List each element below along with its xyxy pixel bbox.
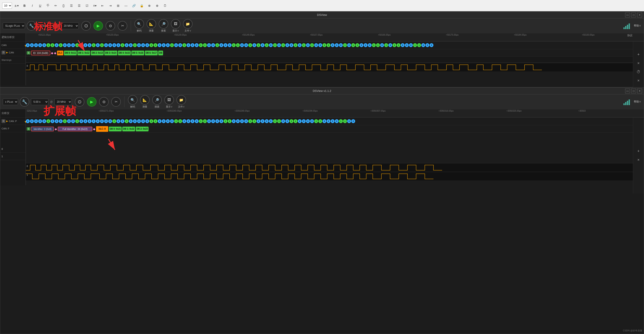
- pencil-btn[interactable]: ✏: [53, 3, 59, 9]
- bit-1: 1: [326, 43, 330, 47]
- ruler-label5: +50157.00μs: [310, 34, 322, 36]
- panel2-display-btn[interactable]: 🖼 显示∨: [164, 95, 174, 108]
- p2-bit-0: 0: [351, 119, 355, 123]
- bit-0: 0: [318, 43, 322, 47]
- bit-0: 0: [269, 43, 273, 47]
- underline-btn[interactable]: U: [37, 3, 43, 9]
- panel2-close-btn[interactable]: ×: [637, 89, 642, 93]
- panel1-file-btn[interactable]: 📁 文件∨: [183, 19, 192, 32]
- panel2-search-btn[interactable]: 🔎 搜索: [152, 95, 162, 108]
- ruler-label3: +50139.00μs: [174, 34, 186, 36]
- list1-btn[interactable]: ☰: [68, 3, 74, 9]
- link-btn[interactable]: 🔗: [131, 3, 137, 9]
- panel2-file-btn[interactable]: 📁 文件∨: [176, 95, 186, 108]
- p2-bit-0: 0: [331, 119, 334, 123]
- panel2-file-label: 文件∨: [178, 105, 185, 108]
- lock-btn[interactable]: 🔒: [138, 3, 145, 9]
- panel1-start-btn[interactable]: ▶: [94, 21, 103, 31]
- p2-bit-1: 1: [174, 119, 178, 123]
- display-icon: 🖼: [171, 19, 180, 29]
- panel2-start-btn[interactable]: ▶: [87, 97, 96, 107]
- panel2-stop-btn[interactable]: ⊖: [99, 97, 109, 107]
- p2-bit-1: 1: [248, 119, 252, 123]
- panel2-measure-btn[interactable]: 📐 测量: [140, 95, 150, 108]
- panel1-help-btn[interactable]: 帮助∨: [634, 24, 641, 28]
- panel2-clock-row2: 1: [0, 153, 26, 160]
- panel1-display-btn[interactable]: 🖼 显示∨: [171, 19, 180, 32]
- diamond-marker1: ◆: [51, 51, 53, 55]
- panel1-search-btn[interactable]: 🔎 搜索: [159, 19, 168, 32]
- bit-0: 0: [401, 43, 404, 47]
- bit-0: 0: [71, 43, 75, 47]
- toolbar-sep1: [131, 21, 131, 31]
- panel2-db2-chip: DB 2: 0x23: [136, 127, 148, 131]
- indent-out-btn[interactable]: ⇤: [100, 3, 106, 9]
- bit-1: 1: [133, 43, 137, 47]
- panel2-help-btn[interactable]: 帮助∨: [634, 100, 641, 104]
- panel2-minimize-btn[interactable]: —: [625, 89, 630, 93]
- search-icon: 🔎: [159, 19, 168, 29]
- code-btn[interactable]: {}: [60, 3, 66, 9]
- panel1-maximize-btn[interactable]: □: [631, 13, 636, 17]
- indent-in-btn[interactable]: ⇥: [107, 3, 114, 9]
- bit-0: 0: [166, 43, 170, 47]
- bit-0: 0: [141, 43, 145, 47]
- bit-0: 0: [162, 43, 166, 47]
- bit-1: 1: [256, 43, 260, 47]
- bit-0: 0: [331, 43, 334, 47]
- panel2-decode-btn[interactable]: 🔍 解码: [128, 95, 138, 108]
- bit-1: 1: [392, 43, 396, 47]
- p2-bit-0: 0: [215, 119, 219, 123]
- text-style-btn[interactable]: a ▾: [14, 3, 20, 9]
- panel1-trigger-icon-btn[interactable]: ✂: [118, 21, 127, 31]
- bit-0: 0: [195, 43, 198, 47]
- panel1-clock-btn[interactable]: ⏱: [635, 68, 642, 75]
- panel2-trigger-icon-btn[interactable]: ✂: [111, 97, 121, 107]
- bit-0: 0: [42, 43, 46, 47]
- signal-bar4: [628, 24, 630, 29]
- analyzer-text2: 分析仪: [2, 111, 9, 115]
- panel1-download-btn[interactable]: ⊙: [81, 21, 91, 31]
- panel1-decode-row: S ID: 104 (0x68) ◆ ◆ DLC DB 0: 0x11 DB 1…: [26, 49, 644, 57]
- hr-btn[interactable]: —: [123, 3, 129, 9]
- table-btn[interactable]: ⊞: [115, 3, 121, 9]
- list2-btn[interactable]: ☰: [76, 3, 82, 9]
- panel1-device-select[interactable]: SLogic PLus: [3, 23, 25, 29]
- panel2-x-btn[interactable]: ×: [635, 156, 642, 163]
- panel2: DSView v1.1.2 — □ × 扩展帧 c PLus 🔧 5.00 s …: [0, 87, 644, 334]
- panel2-wrench-btn[interactable]: 🔧: [20, 97, 29, 107]
- panel2-display-icon: 🖼: [164, 95, 174, 105]
- panel2-download-btn[interactable]: ⊙: [75, 97, 84, 107]
- panel1-freq-select[interactable]: 20 MHz: [61, 23, 79, 29]
- panel1-x-btn[interactable]: ×: [635, 60, 642, 67]
- panel1-decode-btn[interactable]: 🔍 解码: [134, 19, 144, 32]
- panel2-left-sidebar: 分析仪 ▼ D ▶ CAN: P CAN: F 0 1: [0, 109, 26, 185]
- panel1-close-btn[interactable]: ×: [637, 13, 642, 17]
- symbol-btn[interactable]: ⊕: [154, 3, 160, 9]
- panel2-d-badge: D: [2, 119, 6, 123]
- p2-bit-0: 0: [326, 119, 330, 123]
- checkbox-btn[interactable]: ☑: [84, 3, 90, 9]
- panel2-plus-btn[interactable]: +: [635, 148, 642, 155]
- template-btn[interactable]: 🗒: [162, 3, 168, 9]
- panel2-maximize-btn[interactable]: □: [631, 89, 636, 93]
- panel1-minimize-btn[interactable]: —: [625, 13, 630, 17]
- bit-0: 0: [112, 43, 116, 47]
- align-btn[interactable]: ≡▾: [92, 3, 98, 9]
- panel1-stop-btn[interactable]: ⊖: [106, 21, 115, 31]
- font-size-select[interactable]: 10: [2, 3, 12, 9]
- panel1-plus-btn[interactable]: +: [635, 51, 642, 58]
- italic-btn[interactable]: I: [29, 3, 35, 9]
- formula-btn[interactable]: ⊗: [146, 3, 152, 9]
- logic-analyzer-text: 逻辑分析仪: [2, 35, 14, 39]
- bold-btn[interactable]: B: [22, 3, 28, 9]
- p2-bit-0: 0: [285, 119, 289, 123]
- panel2-clock-row1: 0: [26, 163, 644, 172]
- strikethrough-btn[interactable]: 千: [45, 3, 51, 9]
- bit-0: 0: [240, 43, 244, 47]
- panel2-device-select[interactable]: c PLus: [3, 99, 18, 105]
- p2-bit-0: 0: [166, 119, 170, 123]
- bit-0: 0: [306, 43, 310, 47]
- panel1-x2-btn[interactable]: ×: [635, 77, 642, 84]
- panel1-measure-btn[interactable]: 📐 测量: [146, 19, 156, 32]
